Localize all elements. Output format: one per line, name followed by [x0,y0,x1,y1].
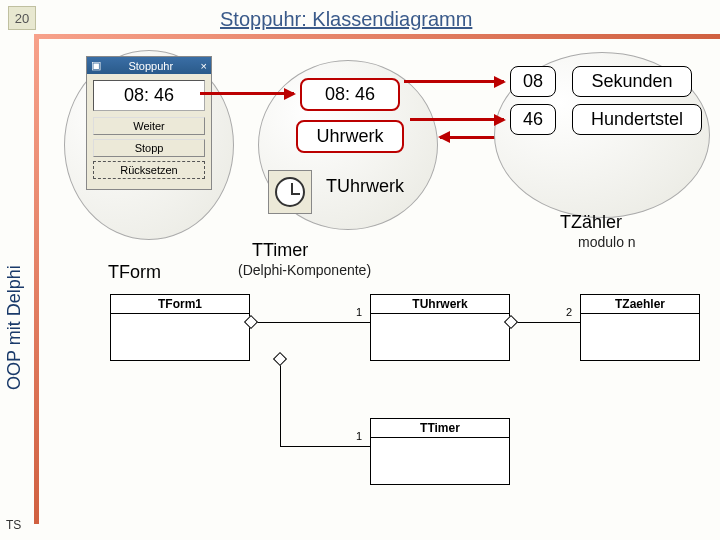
stopwatch-window: ▣ Stoppuhr × 08: 46 Weiter Stopp Rückset… [86,56,212,190]
uml-tzaehler: TZaehler [580,294,700,361]
tuhrwerk-label: TUhrwerk [326,176,404,197]
horizontal-rule [34,34,720,39]
time-box: 08: 46 [300,78,400,111]
stopp-button[interactable]: Stopp [93,139,205,157]
uml-tuhrwerk: TUhrwerk [370,294,510,361]
window-icon: ▣ [91,59,101,72]
uml-ttimer-name: TTimer [371,419,509,438]
ttimer-label: TTimer [252,240,308,261]
weiter-button[interactable]: Weiter [93,117,205,135]
tform-label: TForm [108,262,161,283]
modulo-label: modulo n [578,234,636,250]
mult-2: 2 [566,306,572,318]
uml-tform1: TForm1 [110,294,250,361]
seconds-value-box: 08 [510,66,556,97]
time-display: 08: 46 [93,80,205,111]
window-title-text: Stoppuhr [128,60,173,72]
seconds-label-box: Sekunden [572,66,692,97]
assoc-tform1-tuhrwerk [250,322,370,323]
arrow-uhrwerk-to-hund [410,118,504,121]
window-titlebar: ▣ Stoppuhr × [87,57,211,74]
assoc-tuhrwerk-tzaehler [510,322,580,323]
sidebar-label: OOP mit Delphi [4,265,25,390]
arrow-center-oval [440,136,500,139]
mult-1a: 1 [356,306,362,318]
slide-title: Stoppuhr: Klassendiagramm [220,8,472,31]
diamond-tform1-bottom [273,352,287,366]
mult-1b: 1 [356,430,362,442]
reset-button[interactable]: Rücksetzen [93,161,205,179]
clock-icon [268,170,312,214]
arrow-display-to-time [200,92,294,95]
uhrwerk-box: Uhrwerk [296,120,404,153]
close-icon: × [201,60,207,72]
uml-tform1-name: TForm1 [111,295,249,314]
uml-tzaehler-name: TZaehler [581,295,699,314]
hundredths-value-box: 46 [510,104,556,135]
uml-ttimer: TTimer [370,418,510,485]
page-number: 20 [8,6,36,30]
tzaehler-label: TZähler [560,212,622,233]
author-initials: TS [6,518,21,532]
ttimer-sublabel: (Delphi-Komponente) [238,262,371,278]
assoc-tform1-down [280,360,281,446]
vertical-rule [34,34,39,524]
hundredths-label-box: Hundertstel [572,104,702,135]
assoc-tform1-ttimer [280,446,370,447]
arrow-time-to-seconds [404,80,504,83]
uml-tuhrwerk-name: TUhrwerk [371,295,509,314]
